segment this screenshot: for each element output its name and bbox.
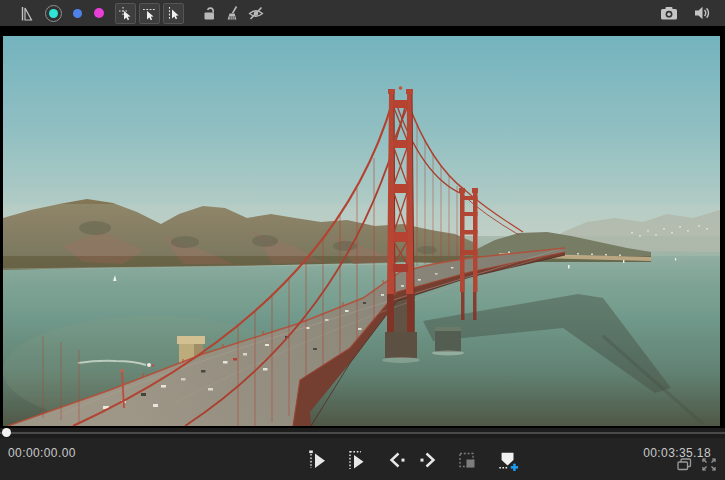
fullscreen-expand-icon[interactable] [702, 457, 716, 475]
monitor-toolbar [0, 0, 725, 26]
broom-clear-icon[interactable] [224, 5, 240, 21]
transport-bar: 00:00:00.00 00:03:35.18 [0, 438, 725, 480]
next-frame-icon [418, 450, 438, 470]
play-from-in-icon [306, 449, 328, 471]
select-range-side-button[interactable] [163, 3, 184, 24]
marker-cyan-button[interactable] [45, 5, 62, 22]
play-in-to-out-icon [346, 449, 368, 471]
video-monitor-panel: 00:00:00.00 00:03:35.18 [0, 0, 725, 480]
add-marker-button[interactable] [497, 448, 519, 472]
cursor-dashed-side-icon [166, 6, 181, 21]
golden-gate-bridge-frame [3, 36, 720, 426]
select-range-top-button[interactable] [139, 3, 160, 24]
magenta-marker-dot [94, 8, 104, 18]
flip-tool-icon[interactable] [16, 5, 33, 22]
cursor-dashed-top-icon [142, 6, 157, 21]
play-from-in-button[interactable] [306, 448, 328, 472]
add-marker-icon [497, 448, 519, 472]
next-frame-button[interactable] [417, 448, 439, 472]
marker-magenta-button[interactable] [91, 8, 106, 18]
blue-marker-dot [73, 9, 82, 18]
playhead[interactable] [2, 428, 11, 437]
stacked-monitor-icon[interactable] [677, 457, 692, 475]
scrubber-track[interactable] [0, 432, 725, 434]
marker-blue-button[interactable] [70, 9, 85, 18]
lock-open-icon[interactable] [201, 5, 217, 21]
grab-frame-button[interactable] [457, 448, 479, 472]
eye-hidden-icon[interactable] [247, 5, 265, 21]
play-in-to-out-button[interactable] [346, 448, 368, 472]
timeline-scrubber[interactable] [0, 428, 725, 438]
monitor-corner-controls [677, 457, 716, 475]
cyan-marker-dot [49, 9, 58, 18]
current-timecode[interactable]: 00:00:00.00 [8, 446, 76, 460]
previous-frame-icon [387, 450, 407, 470]
cursor-crosshair-icon [118, 6, 133, 21]
select-marked-moment-button[interactable] [115, 3, 136, 24]
snapshot-camera-icon[interactable] [660, 5, 678, 21]
audio-volume-icon[interactable] [693, 5, 711, 21]
transport-controls [297, 448, 528, 472]
grab-frame-icon [457, 450, 478, 471]
video-preview [3, 36, 720, 426]
previous-frame-button[interactable] [386, 448, 408, 472]
